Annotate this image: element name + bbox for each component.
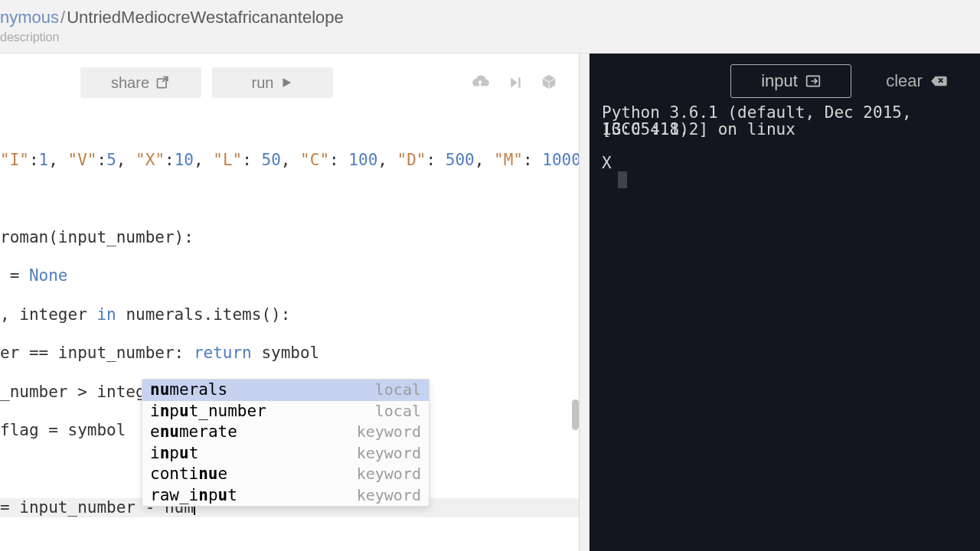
input-icon: [805, 74, 821, 88]
svg-rect-1: [518, 77, 521, 87]
main: share run "I":1, "V":5, "X":10, "L": 50,: [0, 54, 980, 551]
run-label: run: [252, 74, 274, 92]
autocomplete-item[interactable]: input_number local: [142, 401, 429, 422]
breadcrumb[interactable]: nymous/UntriedMediocreWestafricanantelop…: [0, 8, 980, 28]
share-label: share: [111, 74, 149, 92]
clear-button[interactable]: clear: [867, 64, 966, 98]
share-button[interactable]: share: [80, 67, 201, 98]
clear-label: clear: [886, 71, 923, 91]
autocomplete-item[interactable]: enumerate keyword: [142, 422, 429, 443]
topbar: nymous/UntriedMediocreWestafricanantelop…: [0, 0, 980, 54]
terminal-cursor: [618, 171, 627, 188]
input-button[interactable]: input: [730, 64, 851, 98]
breadcrumb-project[interactable]: UntriedMediocreWestafricanantelope: [67, 8, 344, 27]
terminal-toolbar: input clear: [730, 64, 966, 98]
editor-scrollbar[interactable]: [572, 399, 579, 430]
terminal-line: Python 3.6.1 (default, Dec 2015, 13:05:1…: [602, 104, 980, 121]
terminal-output[interactable]: Python 3.6.1 (default, Dec 2015, 13:05:1…: [590, 104, 980, 188]
cloud-upload-icon[interactable]: [470, 73, 490, 92]
terminal-line: [GCC 4.8.2] on linux: [602, 121, 980, 138]
step-icon[interactable]: [507, 74, 524, 92]
pane-divider[interactable]: [579, 54, 590, 551]
breadcrumb-user[interactable]: nymous: [0, 8, 59, 27]
terminal-line: X: [602, 155, 980, 171]
editor-toolbar: share run: [0, 54, 579, 101]
play-icon: [279, 76, 293, 90]
share-icon: [155, 75, 171, 90]
package-icon[interactable]: [541, 73, 557, 92]
breadcrumb-slash: /: [59, 8, 67, 27]
editor-toolbar-right: [470, 73, 565, 92]
autocomplete-item[interactable]: input keyword: [142, 443, 429, 465]
backspace-icon: [930, 75, 947, 87]
autocomplete-item[interactable]: continue keyword: [142, 464, 429, 485]
autocomplete-item[interactable]: numerals local: [142, 380, 429, 401]
terminal-pane[interactable]: input clear Python 3.6.1 (default, Dec 2…: [590, 54, 980, 551]
autocomplete-item[interactable]: raw_input keyword: [142, 485, 429, 507]
autocomplete-popup[interactable]: numerals local input_number local enumer…: [142, 379, 430, 507]
terminal-prompt[interactable]: [602, 171, 980, 188]
run-button[interactable]: run: [212, 67, 333, 98]
input-label: input: [761, 71, 798, 91]
editor-pane: share run "I":1, "V":5, "X":10, "L": 50,: [0, 54, 579, 551]
terminal-prompt: [602, 138, 980, 155]
project-description[interactable]: description: [0, 31, 980, 44]
